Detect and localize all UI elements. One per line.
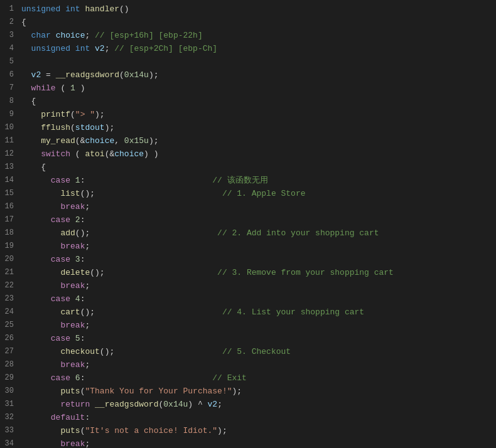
code-line: 33 puts("It's not a choice! Idiot."); — [0, 424, 496, 437]
line-number: 14 — [0, 174, 19, 187]
token-comment: // 5. Checkout — [222, 347, 291, 356]
token-plain: : — [80, 294, 85, 304]
line-content: delete(); // 3. Remove from your shoppin… — [19, 266, 496, 279]
line-number: 26 — [0, 332, 19, 345]
line-content: break; — [19, 279, 496, 292]
line-content: case 3: — [19, 253, 496, 266]
code-line: 21 delete(); // 3. Remove from your shop… — [0, 266, 496, 279]
token-plain — [21, 281, 60, 291]
token-fn: handler — [85, 4, 119, 14]
line-content: v2 = __readgsdword(0x14u); — [19, 68, 496, 82]
token-comment: // 1. Apple Store — [222, 189, 306, 198]
line-number: 27 — [0, 345, 19, 358]
token-plain — [21, 228, 60, 238]
line-number: 16 — [0, 200, 19, 213]
line-number: 9 — [0, 108, 19, 121]
line-content: case 2: — [19, 213, 496, 227]
token-comment: // 4. List your shopping cart — [222, 307, 364, 317]
token-plain: ( — [56, 83, 70, 93]
token-plain: ; — [85, 281, 90, 291]
token-comment: // Exit — [212, 373, 247, 383]
line-content: break; — [19, 319, 496, 332]
line-number: 25 — [0, 319, 19, 332]
token-plain: ; — [85, 242, 90, 251]
token-plain: ; — [85, 321, 90, 330]
token-kw: char — [31, 31, 51, 40]
line-content: unsigned int handler() — [19, 3, 496, 16]
token-plain: ); — [95, 110, 105, 119]
line-number: 24 — [0, 306, 19, 319]
token-plain: (); — [80, 307, 222, 317]
token-plain: ); — [149, 136, 159, 146]
line-number: 5 — [0, 55, 19, 68]
code-line: 22 break; — [0, 279, 496, 292]
token-num: 4 — [75, 294, 80, 304]
code-line: 19 break; — [0, 240, 496, 253]
code-viewer: 1unsigned int handler()2{3 char choice; … — [0, 0, 496, 448]
line-number: 15 — [0, 187, 19, 200]
code-line: 8 { — [0, 95, 496, 108]
token-comment: // 3. Remove from your shopping cart — [217, 268, 394, 277]
code-line: 20 case 3: — [0, 253, 496, 266]
code-line: 14 case 1: // 该函数无用 — [0, 174, 496, 187]
token-kw2: case — [51, 334, 70, 343]
token-plain: (); — [90, 268, 217, 277]
token-fn: atoi — [85, 149, 104, 159]
token-plain: ); — [105, 123, 115, 132]
token-fn: puts — [60, 426, 80, 435]
token-plain — [70, 373, 75, 383]
token-kw2: break — [60, 202, 85, 211]
line-number: 18 — [0, 227, 19, 240]
line-number: 12 — [0, 147, 19, 161]
token-str: "It's not a choice! Idiot." — [85, 426, 217, 435]
token-plain: ); — [217, 426, 227, 435]
token-plain — [70, 176, 75, 185]
code-line: 17 case 2: — [0, 213, 496, 227]
token-plain — [70, 44, 75, 53]
token-plain: ); — [149, 70, 159, 80]
token-num: 0x14u — [163, 400, 188, 409]
code-line: 1unsigned int handler() — [0, 3, 496, 16]
line-number: 7 — [0, 82, 19, 95]
line-content: while ( 1 ) — [19, 82, 496, 95]
token-fn: my_read — [41, 136, 75, 146]
token-plain — [21, 149, 41, 159]
line-content: case 1: // 该函数无用 — [19, 174, 496, 187]
line-content: puts("It's not a choice! Idiot."); — [19, 424, 496, 437]
token-plain — [21, 189, 60, 198]
token-plain: { — [21, 97, 36, 106]
token-plain — [70, 334, 75, 343]
code-line: 16 break; — [0, 200, 496, 213]
code-line: 7 while ( 1 ) — [0, 82, 496, 95]
token-num: 0x14u — [124, 70, 149, 80]
line-content: add(); // 2. Add into your shopping cart — [19, 227, 496, 240]
token-plain — [90, 400, 95, 409]
token-plain — [21, 202, 60, 211]
token-fn: checkout — [60, 347, 99, 356]
token-plain: { — [21, 163, 46, 172]
token-plain: ) ^ — [188, 400, 207, 409]
token-plain: (& — [75, 136, 85, 146]
line-number: 23 — [0, 292, 19, 306]
code-line: 10 fflush(stdout); — [0, 121, 496, 134]
token-plain — [70, 294, 75, 304]
line-number: 6 — [0, 68, 19, 82]
line-content: return __readgsdword(0x14u) ^ v2; — [19, 398, 496, 411]
line-content: case 6: // Exit — [19, 371, 496, 385]
token-plain — [21, 360, 60, 370]
code-line: 2{ — [0, 16, 496, 29]
token-plain — [21, 321, 60, 330]
token-num: 1 — [75, 176, 80, 185]
token-var: choice — [85, 136, 114, 146]
code-line: 11 my_read(&choice, 0x15u); — [0, 134, 496, 147]
code-line: 4 unsigned int v2; // [esp+2Ch] [ebp-Ch] — [0, 42, 496, 55]
token-plain: { — [21, 18, 26, 27]
line-number: 17 — [0, 213, 19, 227]
line-content: case 5: — [19, 332, 496, 345]
token-num: 5 — [75, 334, 80, 343]
token-kw: unsigned — [31, 44, 70, 53]
token-plain: : — [80, 176, 213, 185]
token-plain: ( — [70, 110, 75, 119]
token-plain — [21, 255, 51, 264]
code-line: 5 — [0, 55, 496, 68]
